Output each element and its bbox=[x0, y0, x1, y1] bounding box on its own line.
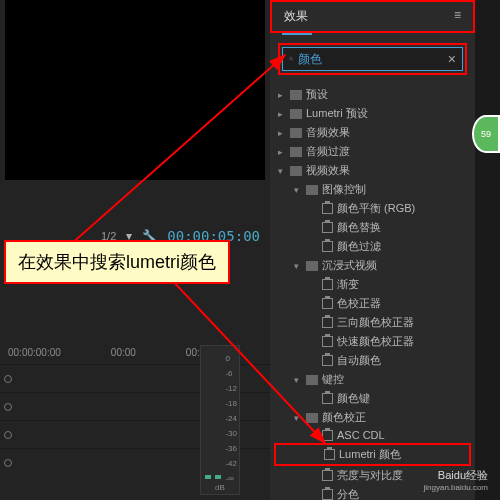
tree-item[interactable]: 渐变 bbox=[274, 275, 471, 294]
tree-item[interactable]: ▾键控 bbox=[274, 370, 471, 389]
tree-item[interactable]: ▸音频效果 bbox=[274, 123, 471, 142]
meter-unit: dB bbox=[215, 483, 225, 492]
chevron-right-icon: ▸ bbox=[278, 109, 286, 119]
search-input[interactable] bbox=[298, 52, 448, 66]
tree-label: 渐变 bbox=[337, 277, 359, 292]
tree-item[interactable]: ▸音频过渡 bbox=[274, 142, 471, 161]
preset-icon bbox=[322, 279, 333, 290]
meter-level-r bbox=[215, 475, 221, 479]
tree-item[interactable]: ▾图像控制 bbox=[274, 180, 471, 199]
tree-label: 键控 bbox=[322, 372, 344, 387]
watermark-url: jingyan.baidu.com bbox=[424, 483, 488, 492]
tab-label: 效果 bbox=[284, 8, 308, 25]
preset-icon bbox=[322, 336, 333, 347]
tree-item[interactable]: ▾沉浸式视频 bbox=[274, 256, 471, 275]
tree-item[interactable]: Lumetri 颜色 bbox=[274, 443, 471, 466]
tree-label: 音频效果 bbox=[306, 125, 350, 140]
meter-tick: -12 bbox=[225, 381, 237, 396]
audio-meter: 0-6-12-18-24-30-36-42-∞ dB bbox=[200, 345, 240, 495]
step-badge: 59 bbox=[472, 115, 500, 153]
tree-item[interactable]: ▸Lumetri 预设 bbox=[274, 104, 471, 123]
chevron-down-icon: ▾ bbox=[294, 413, 302, 423]
meter-tick: -6 bbox=[225, 366, 237, 381]
preset-icon bbox=[322, 470, 333, 481]
folder-icon bbox=[306, 413, 318, 423]
tree-label: 颜色平衡 (RGB) bbox=[337, 201, 415, 216]
preset-icon bbox=[322, 298, 333, 309]
watermark: Baidu经验 jingyan.baidu.com bbox=[424, 468, 488, 492]
preset-icon bbox=[322, 203, 333, 214]
time-label: 00:00:00:00 bbox=[8, 347, 61, 358]
tree-label: 颜色键 bbox=[337, 391, 370, 406]
folder-icon bbox=[290, 147, 302, 157]
preset-icon bbox=[322, 317, 333, 328]
folder-icon bbox=[290, 109, 302, 119]
preset-icon bbox=[324, 449, 335, 460]
folder-icon bbox=[290, 128, 302, 138]
tree-label: 快速颜色校正器 bbox=[337, 334, 414, 349]
preset-icon bbox=[322, 241, 333, 252]
track-toggle[interactable] bbox=[4, 431, 12, 439]
meter-tick: -42 bbox=[225, 456, 237, 471]
meter-tick: -∞ bbox=[225, 471, 237, 486]
preset-icon bbox=[322, 489, 333, 500]
search-icon bbox=[289, 53, 294, 65]
chevron-down-icon: ▾ bbox=[294, 261, 302, 271]
tree-label: 三向颜色校正器 bbox=[337, 315, 414, 330]
tree-label: ASC CDL bbox=[337, 429, 385, 441]
tree-label: 色校正器 bbox=[337, 296, 381, 311]
tree-label: 沉浸式视频 bbox=[322, 258, 377, 273]
tree-item[interactable]: 色校正器 bbox=[274, 294, 471, 313]
tree-item[interactable]: 颜色平衡 (RGB) bbox=[274, 199, 471, 218]
tree-label: 音频过渡 bbox=[306, 144, 350, 159]
panel-menu-icon[interactable]: ≡ bbox=[454, 8, 461, 25]
tree-item[interactable]: 快速颜色校正器 bbox=[274, 332, 471, 351]
track-toggle[interactable] bbox=[4, 459, 12, 467]
meter-level-l bbox=[205, 475, 211, 479]
tab-indicator bbox=[282, 33, 312, 35]
tree-item[interactable]: ASC CDL bbox=[274, 427, 471, 443]
chevron-down-icon: ▾ bbox=[294, 375, 302, 385]
svg-point-0 bbox=[290, 57, 292, 59]
tree-label: 预设 bbox=[306, 87, 328, 102]
time-label: 00:00 bbox=[111, 347, 136, 358]
tutorial-callout: 在效果中搜索lumetri颜色 bbox=[4, 240, 230, 284]
meter-tick: 0 bbox=[225, 351, 237, 366]
tree-item[interactable]: 颜色键 bbox=[274, 389, 471, 408]
meter-tick: -18 bbox=[225, 396, 237, 411]
video-preview[interactable] bbox=[5, 0, 265, 180]
tree-label: Lumetri 预设 bbox=[306, 106, 368, 121]
meter-tick: -36 bbox=[225, 441, 237, 456]
folder-icon bbox=[306, 261, 318, 271]
chevron-right-icon: ▸ bbox=[278, 128, 286, 138]
tree-label: 分色 bbox=[337, 487, 359, 500]
tree-label: 亮度与对比度 bbox=[337, 468, 403, 483]
track-toggle[interactable] bbox=[4, 403, 12, 411]
preset-icon bbox=[322, 222, 333, 233]
tree-label: 自动颜色 bbox=[337, 353, 381, 368]
tree-item[interactable]: ▾视频效果 bbox=[274, 161, 471, 180]
meter-tick: -24 bbox=[225, 411, 237, 426]
tree-item[interactable]: 颜色过滤 bbox=[274, 237, 471, 256]
clear-search-icon[interactable]: × bbox=[448, 51, 456, 67]
search-highlight: × bbox=[278, 43, 467, 75]
tree-item[interactable]: 三向颜色校正器 bbox=[274, 313, 471, 332]
folder-icon bbox=[290, 166, 302, 176]
callout-text: 在效果中搜索lumetri颜色 bbox=[18, 252, 216, 272]
watermark-brand: Baidu经验 bbox=[424, 468, 488, 483]
folder-icon bbox=[306, 185, 318, 195]
effects-tree[interactable]: ▸预设▸Lumetri 预设▸音频效果▸音频过渡▾视频效果▾图像控制颜色平衡 (… bbox=[270, 83, 475, 500]
tree-item[interactable]: ▸预设 bbox=[274, 85, 471, 104]
tree-label: 颜色校正 bbox=[322, 410, 366, 425]
tree-item[interactable]: 颜色替换 bbox=[274, 218, 471, 237]
effects-tab[interactable]: 效果 ≡ bbox=[270, 0, 475, 33]
preset-icon bbox=[322, 430, 333, 441]
track-toggle[interactable] bbox=[4, 375, 12, 383]
tree-item[interactable]: 自动颜色 bbox=[274, 351, 471, 370]
tree-label: 视频效果 bbox=[306, 163, 350, 178]
tree-item[interactable]: ▾颜色校正 bbox=[274, 408, 471, 427]
preset-icon bbox=[322, 355, 333, 366]
search-box[interactable]: × bbox=[282, 47, 463, 71]
svg-line-1 bbox=[292, 59, 293, 60]
chevron-right-icon: ▸ bbox=[278, 147, 286, 157]
